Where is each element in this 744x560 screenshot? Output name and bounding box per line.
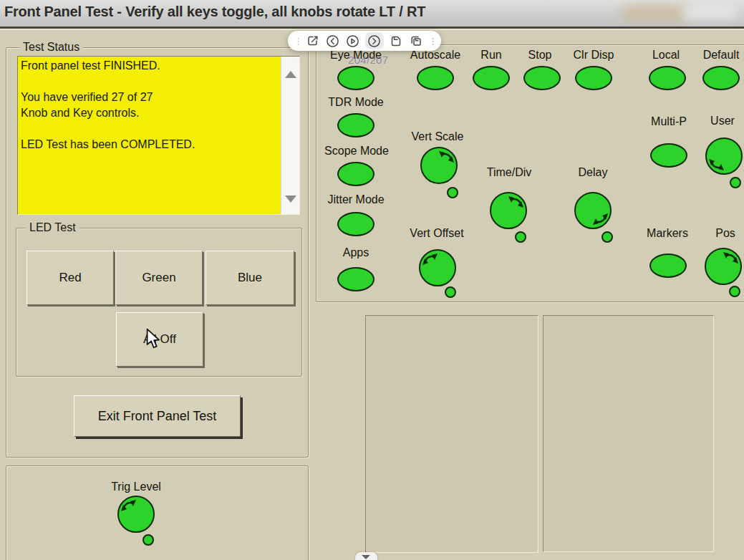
log-line: Knob and Key controls. <box>21 105 281 121</box>
markers-key[interactable] <box>649 254 687 278</box>
default-key[interactable] <box>702 66 740 90</box>
pos-label: Pos <box>715 227 735 239</box>
reveal-tab[interactable] <box>355 552 377 560</box>
user-led <box>730 177 741 188</box>
log-line: You have verified 27 of 27 <box>21 90 281 105</box>
delay-led <box>602 231 613 243</box>
more-icon[interactable]: ⋮ <box>428 37 435 46</box>
video-overlay-toolbar: ⋮ <box>288 31 441 51</box>
log-line <box>21 74 281 90</box>
red-led-button-label: Red <box>59 271 81 285</box>
titlebar-blur-artifact <box>622 4 687 21</box>
vert-scale-knob[interactable] <box>420 147 458 184</box>
log-scrollbar[interactable] <box>281 57 299 214</box>
stop-key[interactable] <box>523 66 561 90</box>
rotate-arrow-icon <box>508 195 523 208</box>
log-line <box>21 121 281 137</box>
rotate-arrow-icon <box>121 499 137 512</box>
titlebar-separator-highlight <box>0 29 744 30</box>
markers-label: Markers <box>647 227 688 239</box>
titlebar-blur-artifact <box>682 6 738 19</box>
delay-knob[interactable] <box>574 192 612 229</box>
local-label: Local <box>652 49 680 61</box>
mouse-cursor <box>144 328 163 349</box>
apps-label: Apps <box>343 246 369 259</box>
exit-button-label: Exit Front Panel Test <box>98 409 217 424</box>
scroll-up-icon[interactable] <box>285 71 296 78</box>
red-led-button[interactable]: Red <box>26 251 114 305</box>
save-icon[interactable] <box>389 34 403 48</box>
frame-counter: 204/207 <box>348 54 388 66</box>
run-label: Run <box>480 49 501 61</box>
multi-p-label: Multi-P <box>651 115 687 127</box>
clr-disp-key[interactable] <box>575 66 612 90</box>
log-line: LED Test has been COMPLETED. <box>21 137 281 153</box>
delay-label: Delay <box>579 166 608 178</box>
time-div-led <box>515 231 526 243</box>
time-div-knob[interactable] <box>490 192 527 229</box>
multi-p-key[interactable] <box>650 143 687 168</box>
chevron-down-icon <box>362 555 370 559</box>
run-key[interactable] <box>473 66 510 90</box>
rotate-arrow-icon <box>709 158 725 171</box>
edit-icon[interactable] <box>306 34 320 48</box>
result-panel-left <box>365 315 538 553</box>
trig-level-label: Trig Level <box>111 481 161 493</box>
apps-key[interactable] <box>337 267 375 291</box>
default-label: Default <box>703 49 740 61</box>
jitter-mode-key[interactable] <box>337 212 375 236</box>
vert-offset-led <box>445 286 456 298</box>
led-test-legend: LED Test <box>26 221 79 234</box>
stop-label: Stop <box>528 49 552 61</box>
local-key[interactable] <box>649 66 686 90</box>
pos-led <box>729 286 740 297</box>
green-led-button[interactable]: Green <box>115 251 203 305</box>
result-panel-right <box>543 315 714 552</box>
jitter-mode-label: Jitter Mode <box>327 193 384 206</box>
exit-front-panel-test-button[interactable]: Exit Front Panel Test <box>74 395 241 437</box>
tdr-mode-key[interactable] <box>337 113 375 137</box>
previous-icon[interactable] <box>326 34 340 48</box>
blue-led-button-label: Blue <box>238 271 262 285</box>
title-bar: Front Panel Test - Verify all keys toggl… <box>0 0 744 26</box>
log-line: Front panel test FINISHED. <box>21 58 281 74</box>
window-title: Front Panel Test - Verify all keys toggl… <box>4 4 425 20</box>
rotate-arrow-icon <box>422 253 438 266</box>
scope-mode-key[interactable] <box>337 162 375 186</box>
tdr-mode-label: TDR Mode <box>328 96 383 108</box>
trig-level-led <box>142 534 154 546</box>
save-all-icon[interactable] <box>409 34 423 48</box>
test-status-log: Front panel test FINISHED. You have veri… <box>17 56 300 215</box>
test-status-log-text: Front panel test FINISHED. You have veri… <box>18 57 281 214</box>
next-icon[interactable] <box>365 32 384 49</box>
trig-level-knob[interactable] <box>117 496 155 533</box>
vert-scale-label: Vert Scale <box>412 130 464 143</box>
rotate-arrow-icon <box>723 251 738 264</box>
user-label: User <box>710 115 735 127</box>
eye-mode-key[interactable] <box>337 66 375 90</box>
rotate-arrow-icon <box>592 213 608 226</box>
pos-knob[interactable] <box>705 248 742 285</box>
scroll-down-icon[interactable] <box>285 195 296 203</box>
vert-offset-label: Vert Offset <box>410 227 463 239</box>
vert-scale-led <box>447 187 458 198</box>
scope-mode-label: Scope Mode <box>324 145 389 157</box>
green-led-button-label: Green <box>142 271 175 285</box>
trig-level-group <box>6 465 309 560</box>
blue-led-button[interactable]: Blue <box>206 251 294 305</box>
front-panel-test-window: Front Panel Test - Verify all keys toggl… <box>0 0 744 560</box>
drag-handle-icon[interactable]: ⋮ <box>294 37 301 46</box>
rotate-arrow-icon <box>438 150 454 163</box>
play-icon[interactable] <box>345 34 359 48</box>
clr-disp-label: Clr Disp <box>574 49 614 61</box>
user-knob[interactable] <box>705 137 743 175</box>
time-div-label: Time/Div <box>487 166 532 178</box>
test-status-legend: Test Status <box>19 41 83 54</box>
autoscale-key[interactable] <box>417 66 454 90</box>
vert-offset-knob[interactable] <box>419 249 456 286</box>
